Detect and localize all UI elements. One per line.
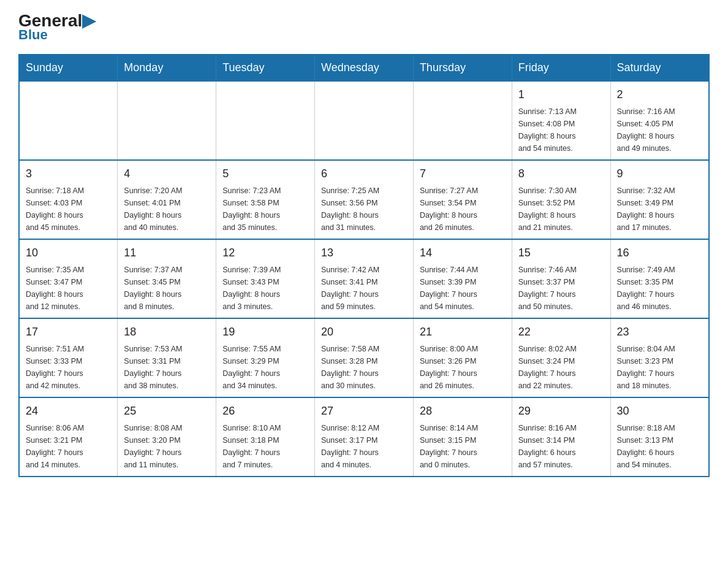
day-number: 26 [222,403,308,419]
weekday-header-thursday: Thursday [413,55,512,81]
calendar-cell: 2Sunrise: 7:16 AM Sunset: 4:05 PM Daylig… [610,81,709,160]
calendar-cell [315,81,414,160]
calendar-cell: 22Sunrise: 8:02 AM Sunset: 3:24 PM Dayli… [512,318,610,397]
calendar-week-row: 1Sunrise: 7:13 AM Sunset: 4:08 PM Daylig… [19,81,709,160]
calendar-cell: 20Sunrise: 7:58 AM Sunset: 3:28 PM Dayli… [315,318,414,397]
day-number: 6 [321,166,407,182]
logo-blue-text: Blue [18,27,48,43]
day-number: 25 [124,403,210,419]
calendar-header: SundayMondayTuesdayWednesdayThursdayFrid… [19,55,709,81]
weekday-header-saturday: Saturday [610,55,709,81]
calendar-cell: 30Sunrise: 8:18 AM Sunset: 3:13 PM Dayli… [610,397,709,477]
day-info: Sunrise: 8:02 AM Sunset: 3:24 PM Dayligh… [518,343,604,392]
day-number: 16 [617,245,702,261]
day-number: 10 [26,245,111,261]
day-info: Sunrise: 8:18 AM Sunset: 3:13 PM Dayligh… [617,422,702,471]
day-number: 9 [617,166,702,182]
calendar-cell: 23Sunrise: 8:04 AM Sunset: 3:23 PM Dayli… [610,318,709,397]
day-info: Sunrise: 8:04 AM Sunset: 3:23 PM Dayligh… [617,343,702,392]
day-number: 5 [222,166,308,182]
day-info: Sunrise: 7:39 AM Sunset: 3:43 PM Dayligh… [222,264,308,313]
calendar-cell: 17Sunrise: 7:51 AM Sunset: 3:33 PM Dayli… [19,318,118,397]
day-number: 29 [518,403,604,419]
day-info: Sunrise: 7:30 AM Sunset: 3:52 PM Dayligh… [518,185,604,234]
day-info: Sunrise: 7:58 AM Sunset: 3:28 PM Dayligh… [321,343,407,392]
day-number: 4 [124,166,210,182]
calendar-cell: 27Sunrise: 8:12 AM Sunset: 3:17 PM Dayli… [315,397,414,477]
calendar-cell: 6Sunrise: 7:25 AM Sunset: 3:56 PM Daylig… [315,160,414,239]
calendar-cell: 3Sunrise: 7:18 AM Sunset: 4:03 PM Daylig… [19,160,118,239]
calendar-week-row: 17Sunrise: 7:51 AM Sunset: 3:33 PM Dayli… [19,318,709,397]
calendar-cell: 16Sunrise: 7:49 AM Sunset: 3:35 PM Dayli… [610,239,709,318]
day-number: 17 [26,324,111,340]
day-number: 20 [321,324,407,340]
day-number: 1 [518,86,604,103]
day-info: Sunrise: 7:25 AM Sunset: 3:56 PM Dayligh… [321,185,407,234]
weekday-header-row: SundayMondayTuesdayWednesdayThursdayFrid… [19,55,709,81]
calendar-cell: 24Sunrise: 8:06 AM Sunset: 3:21 PM Dayli… [19,397,118,477]
day-number: 22 [518,324,604,340]
calendar-cell: 14Sunrise: 7:44 AM Sunset: 3:39 PM Dayli… [413,239,512,318]
day-number: 13 [321,245,407,261]
logo-triangle-icon: ▶ [82,11,96,30]
calendar-cell: 1Sunrise: 7:13 AM Sunset: 4:08 PM Daylig… [512,81,610,160]
day-info: Sunrise: 7:53 AM Sunset: 3:31 PM Dayligh… [124,343,210,392]
day-info: Sunrise: 7:37 AM Sunset: 3:45 PM Dayligh… [124,264,210,313]
day-info: Sunrise: 7:23 AM Sunset: 3:58 PM Dayligh… [222,185,308,234]
calendar-cell: 29Sunrise: 8:16 AM Sunset: 3:14 PM Dayli… [512,397,610,477]
day-number: 15 [518,245,604,261]
calendar-week-row: 10Sunrise: 7:35 AM Sunset: 3:47 PM Dayli… [19,239,709,318]
day-info: Sunrise: 7:55 AM Sunset: 3:29 PM Dayligh… [222,343,308,392]
page-header: General▶ Blue [18,12,710,43]
day-info: Sunrise: 7:42 AM Sunset: 3:41 PM Dayligh… [321,264,407,313]
calendar-table: SundayMondayTuesdayWednesdayThursdayFrid… [18,54,710,477]
calendar-cell [216,81,315,160]
day-number: 2 [617,86,702,103]
day-info: Sunrise: 7:51 AM Sunset: 3:33 PM Dayligh… [26,343,111,392]
day-info: Sunrise: 7:49 AM Sunset: 3:35 PM Dayligh… [617,264,702,313]
day-number: 21 [420,324,506,340]
weekday-header-sunday: Sunday [19,55,118,81]
calendar-cell [413,81,512,160]
day-number: 8 [518,166,604,182]
day-number: 30 [617,403,702,419]
day-number: 19 [222,324,308,340]
day-number: 27 [321,403,407,419]
day-number: 14 [420,245,506,261]
calendar-cell: 5Sunrise: 7:23 AM Sunset: 3:58 PM Daylig… [216,160,315,239]
calendar-cell: 4Sunrise: 7:20 AM Sunset: 4:01 PM Daylig… [118,160,216,239]
day-info: Sunrise: 7:18 AM Sunset: 4:03 PM Dayligh… [26,185,111,234]
calendar-cell: 12Sunrise: 7:39 AM Sunset: 3:43 PM Dayli… [216,239,315,318]
day-number: 12 [222,245,308,261]
day-info: Sunrise: 8:06 AM Sunset: 3:21 PM Dayligh… [26,422,111,471]
calendar-week-row: 24Sunrise: 8:06 AM Sunset: 3:21 PM Dayli… [19,397,709,477]
day-number: 3 [26,166,111,182]
day-info: Sunrise: 7:13 AM Sunset: 4:08 PM Dayligh… [518,105,604,155]
day-info: Sunrise: 7:46 AM Sunset: 3:37 PM Dayligh… [518,264,604,313]
calendar-cell: 8Sunrise: 7:30 AM Sunset: 3:52 PM Daylig… [512,160,610,239]
calendar-cell: 7Sunrise: 7:27 AM Sunset: 3:54 PM Daylig… [413,160,512,239]
day-info: Sunrise: 7:27 AM Sunset: 3:54 PM Dayligh… [420,185,506,234]
calendar-cell: 10Sunrise: 7:35 AM Sunset: 3:47 PM Dayli… [19,239,118,318]
calendar-cell: 26Sunrise: 8:10 AM Sunset: 3:18 PM Dayli… [216,397,315,477]
day-info: Sunrise: 7:35 AM Sunset: 3:47 PM Dayligh… [26,264,111,313]
calendar-week-row: 3Sunrise: 7:18 AM Sunset: 4:03 PM Daylig… [19,160,709,239]
calendar-cell: 21Sunrise: 8:00 AM Sunset: 3:26 PM Dayli… [413,318,512,397]
day-number: 28 [420,403,506,419]
day-info: Sunrise: 8:08 AM Sunset: 3:20 PM Dayligh… [124,422,210,471]
day-info: Sunrise: 7:44 AM Sunset: 3:39 PM Dayligh… [420,264,506,313]
day-info: Sunrise: 8:00 AM Sunset: 3:26 PM Dayligh… [420,343,506,392]
calendar-cell: 25Sunrise: 8:08 AM Sunset: 3:20 PM Dayli… [118,397,216,477]
day-info: Sunrise: 7:32 AM Sunset: 3:49 PM Dayligh… [617,185,702,234]
day-info: Sunrise: 8:16 AM Sunset: 3:14 PM Dayligh… [518,422,604,471]
calendar-cell: 9Sunrise: 7:32 AM Sunset: 3:49 PM Daylig… [610,160,709,239]
weekday-header-friday: Friday [512,55,610,81]
day-number: 24 [26,403,111,419]
day-info: Sunrise: 8:10 AM Sunset: 3:18 PM Dayligh… [222,422,308,471]
weekday-header-wednesday: Wednesday [315,55,414,81]
day-info: Sunrise: 7:16 AM Sunset: 4:05 PM Dayligh… [617,105,702,155]
day-number: 18 [124,324,210,340]
calendar-cell: 28Sunrise: 8:14 AM Sunset: 3:15 PM Dayli… [413,397,512,477]
calendar-cell: 15Sunrise: 7:46 AM Sunset: 3:37 PM Dayli… [512,239,610,318]
calendar-cell: 19Sunrise: 7:55 AM Sunset: 3:29 PM Dayli… [216,318,315,397]
